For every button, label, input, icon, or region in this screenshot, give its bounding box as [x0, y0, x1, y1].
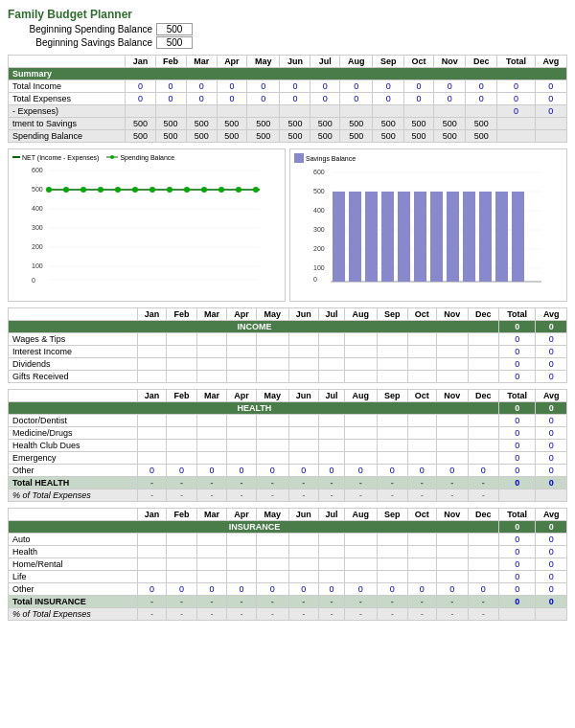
svg-point-20 — [98, 187, 104, 193]
svg-text:400: 400 — [32, 205, 43, 212]
health-pct-row: % of Total Expenses -- -- -- -- -- -- — [9, 489, 567, 502]
health-club-row: Health Club Dues 0 0 — [9, 440, 567, 452]
bar-chart-legend: Savings Balance — [294, 153, 563, 163]
svg-rect-66 — [495, 192, 508, 282]
interest-income-row: Interest Income 0 0 — [9, 346, 567, 358]
net-legend: NET (Income - Expenses) — [12, 153, 99, 161]
bar-chart-svg: 600 500 400 300 200 100 0 — [294, 165, 563, 284]
svg-point-24 — [167, 187, 172, 193]
svg-point-17 — [46, 187, 52, 193]
svg-point-22 — [132, 187, 138, 193]
insurance-header-row: INSURANCE 0 0 — [9, 521, 567, 534]
svg-text:300: 300 — [32, 224, 43, 231]
line-chart-container: NET (Income - Expenses) Spending Balance… — [8, 148, 286, 302]
savings-legend-label: Savings Balance — [306, 155, 356, 162]
insurance-col-headers: JanFeb MarApr MayJun JulAug SepOct NovDe… — [9, 509, 567, 521]
savings-balance-label: Beginning Savings Balance — [8, 37, 156, 48]
svg-rect-67 — [512, 192, 524, 282]
total-insurance-row: Total INSURANCE -- -- -- -- -- -- 0 0 — [9, 596, 567, 608]
svg-rect-59 — [381, 192, 394, 282]
net-row: - Expenses) 00 — [9, 105, 567, 118]
page: Family Budget Planner Beginning Spending… — [0, 0, 575, 628]
adjustment-row: tment to Savings 500500 500500 500500 50… — [9, 118, 567, 130]
income-header-row: INCOME 0 0 — [9, 321, 567, 333]
svg-point-25 — [184, 187, 190, 193]
health-other-row: Other 00 00 00 00 00 00 0 0 — [9, 465, 567, 477]
savings-legend: Savings Balance — [294, 153, 356, 163]
wages-row: Wages & Tips 0 0 — [9, 333, 567, 346]
svg-text:500: 500 — [313, 188, 325, 194]
svg-point-23 — [150, 187, 155, 193]
svg-point-1 — [110, 155, 114, 159]
doctor-row: Doctor/Dentist 0 0 — [9, 415, 567, 427]
emergency-row: Emergency 0 0 — [9, 452, 567, 465]
health-title: HEALTH — [9, 402, 499, 415]
svg-point-18 — [63, 187, 69, 193]
spending-legend: Spending Balance — [106, 153, 174, 161]
spending-balance-label: Beginning Spending Balance — [8, 24, 156, 34]
dividends-row: Dividends 0 0 — [9, 358, 567, 371]
svg-rect-60 — [398, 192, 410, 282]
svg-point-28 — [236, 187, 242, 193]
health-header-row: HEALTH 0 0 — [9, 402, 567, 415]
life-row: Life 0 0 — [9, 571, 567, 583]
spending-legend-icon — [106, 153, 118, 161]
svg-rect-65 — [479, 192, 492, 282]
summary-col-headers: Jan Feb Mar Apr May Jun Jul Aug Sep Oct … — [9, 56, 567, 68]
net-legend-color — [12, 156, 20, 158]
insurance-pct-row: % of Total Expenses -- -- -- -- -- -- — [9, 608, 567, 621]
svg-rect-57 — [349, 192, 361, 282]
insurance-other-row: Other 00 00 00 00 00 00 0 0 — [9, 583, 567, 596]
health-table: JanFeb MarApr MayJun JulAug SepOct NovDe… — [8, 389, 567, 502]
charts-area: NET (Income - Expenses) Spending Balance… — [8, 148, 567, 302]
svg-rect-63 — [447, 192, 459, 282]
net-legend-label: NET (Income - Expenses) — [22, 154, 99, 161]
line-chart-svg: 600 500 400 300 200 100 0 — [12, 163, 281, 283]
svg-rect-58 — [365, 192, 378, 282]
svg-text:100: 100 — [32, 262, 43, 269]
summary-header-row: Summary — [9, 68, 567, 80]
svg-rect-61 — [414, 192, 426, 282]
svg-point-29 — [253, 187, 259, 193]
savings-legend-color — [294, 153, 304, 163]
total-income-row: Total Income 00 00 00 00 00 00 00 — [9, 80, 567, 93]
svg-point-19 — [80, 187, 86, 193]
spending-balance-input[interactable] — [156, 23, 193, 35]
auto-row: Auto 0 0 — [9, 534, 567, 546]
svg-point-26 — [201, 187, 207, 193]
svg-rect-56 — [333, 192, 345, 282]
savings-balance-input[interactable] — [156, 36, 193, 49]
income-title: INCOME — [9, 321, 499, 333]
svg-point-21 — [115, 187, 121, 193]
svg-point-27 — [218, 187, 224, 193]
svg-rect-64 — [463, 192, 475, 282]
bar-chart-container: Savings Balance 600 500 400 300 200 100 … — [289, 148, 567, 302]
svg-text:600: 600 — [313, 169, 325, 175]
health-ins-row: Health 0 0 — [9, 546, 567, 558]
spending-legend-label: Spending Balance — [120, 154, 174, 161]
spending-balance-row: Spending Balance 500500 500500 500500 50… — [9, 130, 567, 143]
gifts-received-row: Gifts Received 0 0 — [9, 371, 567, 383]
app-title: Family Budget Planner — [8, 8, 567, 21]
svg-text:600: 600 — [32, 167, 43, 173]
svg-text:0: 0 — [313, 276, 317, 283]
svg-text:100: 100 — [313, 264, 325, 271]
line-chart-legend: NET (Income - Expenses) Spending Balance — [12, 153, 281, 161]
insurance-table: JanFeb MarApr MayJun JulAug SepOct NovDe… — [8, 508, 567, 621]
home-rental-row: Home/Rental 0 0 — [9, 558, 567, 571]
summary-table: Jan Feb Mar Apr May Jun Jul Aug Sep Oct … — [8, 55, 567, 143]
total-expenses-row: Total Expenses 00 00 00 00 00 00 00 — [9, 93, 567, 105]
income-table: JanFeb MarApr MayJun JulAug SepOct NovDe… — [8, 307, 567, 383]
svg-text:300: 300 — [313, 226, 325, 233]
svg-text:200: 200 — [32, 243, 43, 250]
svg-text:500: 500 — [32, 186, 43, 193]
health-col-headers: JanFeb MarApr MayJun JulAug SepOct NovDe… — [9, 390, 567, 402]
summary-title: Summary — [9, 68, 567, 80]
svg-text:200: 200 — [313, 245, 325, 252]
medicine-row: Medicine/Drugs 0 0 — [9, 427, 567, 440]
svg-rect-62 — [430, 192, 443, 282]
total-health-row: Total HEALTH -- -- -- -- -- -- 0 0 — [9, 477, 567, 489]
svg-text:400: 400 — [313, 207, 325, 214]
insurance-title: INSURANCE — [9, 521, 499, 534]
svg-text:0: 0 — [32, 277, 35, 283]
